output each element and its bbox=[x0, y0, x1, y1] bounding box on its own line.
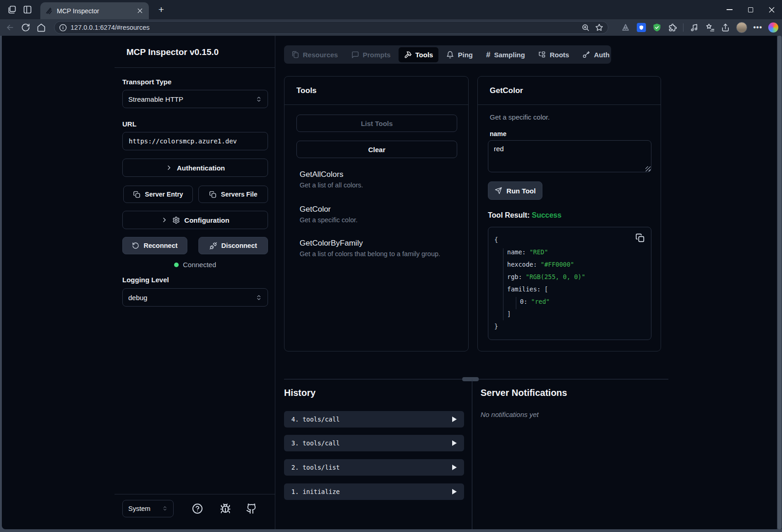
tab-ping[interactable]: Ping bbox=[441, 47, 478, 62]
json-line: } bbox=[488, 320, 651, 332]
tab-sampling[interactable]: # Sampling bbox=[481, 47, 530, 62]
tab-auth[interactable]: Auth bbox=[577, 47, 615, 62]
param-name-label: name bbox=[490, 130, 507, 137]
reconnect-button[interactable]: Reconnect bbox=[122, 237, 187, 254]
clear-label: Clear bbox=[368, 146, 386, 154]
run-tool-button[interactable]: Run Tool bbox=[488, 181, 542, 200]
servers-file-label: Servers File bbox=[221, 191, 257, 198]
tab-roots-label: Roots bbox=[550, 51, 569, 59]
workspaces-icon[interactable] bbox=[7, 5, 16, 14]
tool-list-item[interactable]: GetAllColors Get a list of all colors. bbox=[300, 170, 456, 189]
expand-caret-icon[interactable] bbox=[452, 417, 457, 422]
tool-name[interactable]: GetColorByFamily bbox=[300, 239, 456, 248]
status-text: Connected bbox=[183, 261, 216, 269]
help-icon[interactable] bbox=[192, 503, 203, 514]
list-tools-button[interactable]: List Tools bbox=[296, 115, 457, 132]
home-icon[interactable] bbox=[37, 23, 46, 32]
refresh-icon[interactable] bbox=[21, 23, 30, 32]
github-icon[interactable] bbox=[246, 503, 257, 514]
indent-guide bbox=[503, 248, 503, 320]
expand-caret-icon[interactable] bbox=[452, 440, 457, 446]
divider bbox=[115, 67, 275, 68]
files-icon bbox=[291, 51, 299, 59]
servers-file-button[interactable]: Servers File bbox=[198, 186, 268, 203]
extension-icon[interactable] bbox=[621, 23, 630, 33]
transport-type-select[interactable]: Streamable HTTP bbox=[122, 90, 268, 108]
disconnect-button[interactable]: Disconnect bbox=[198, 237, 268, 254]
tab-tools[interactable]: Tools bbox=[399, 47, 439, 62]
textarea-resize-handle[interactable] bbox=[645, 166, 651, 171]
tool-runner-description: Get a specific color. bbox=[490, 113, 550, 121]
share-icon[interactable] bbox=[721, 23, 730, 33]
tool-name[interactable]: GetColor bbox=[300, 205, 456, 214]
server-entry-label: Server Entry bbox=[145, 191, 183, 198]
clear-button[interactable]: Clear bbox=[296, 141, 457, 158]
bug-icon[interactable] bbox=[220, 503, 231, 514]
tool-result-label: Tool Result: Success bbox=[488, 211, 562, 219]
param-name-input[interactable]: red bbox=[488, 140, 651, 172]
new-tab-button[interactable]: + bbox=[156, 4, 167, 15]
tab-close-icon[interactable] bbox=[135, 6, 144, 16]
window-maximize-button[interactable] bbox=[740, 0, 761, 19]
key-icon bbox=[582, 51, 590, 59]
extensions-puzzle-icon[interactable] bbox=[667, 23, 677, 33]
favorites-list-icon[interactable] bbox=[705, 23, 715, 33]
window-frame: MCP Inspector v0.15.0 Transport Type Str… bbox=[0, 36, 782, 532]
media-note-icon[interactable] bbox=[689, 23, 699, 33]
authentication-button[interactable]: Authentication bbox=[122, 159, 268, 177]
window-close-button[interactable] bbox=[761, 0, 782, 19]
favorite-star-icon[interactable] bbox=[595, 23, 603, 32]
url-text[interactable]: 127.0.0.1:6274/#resources bbox=[71, 24, 576, 31]
main-tabbar: Resources Prompts Tools Ping # Sampling … bbox=[284, 45, 611, 64]
tab-prompts[interactable]: Prompts bbox=[346, 47, 396, 62]
zoom-page-icon[interactable] bbox=[581, 23, 590, 32]
tool-description: Get a list of colors that belong to a fa… bbox=[300, 250, 456, 258]
splitter-drag-handle[interactable] bbox=[462, 377, 479, 381]
profile-avatar[interactable] bbox=[736, 22, 747, 33]
gear-icon bbox=[172, 216, 180, 224]
tools-panel: Tools List Tools Clear GetAllColors Get … bbox=[284, 76, 469, 351]
disconnect-label: Disconnect bbox=[221, 242, 257, 249]
expand-caret-icon[interactable] bbox=[452, 465, 457, 470]
address-bar[interactable]: 127.0.0.1:6274/#resources bbox=[54, 21, 608, 34]
browser-menu-icon[interactable]: ••• bbox=[753, 23, 762, 32]
browser-tab[interactable]: MCP Inspector bbox=[40, 2, 149, 19]
configuration-button[interactable]: Configuration bbox=[122, 211, 268, 229]
copy-result-icon[interactable] bbox=[635, 233, 645, 243]
run-tool-label: Run Tool bbox=[507, 187, 536, 195]
site-info-icon[interactable] bbox=[59, 24, 67, 32]
history-item[interactable]: 4. tools/call bbox=[284, 411, 464, 428]
server-url-input[interactable] bbox=[122, 132, 268, 150]
history-item[interactable]: 3. tools/call bbox=[284, 435, 464, 451]
tool-list-item[interactable]: GetColor Get a specific color. bbox=[300, 205, 456, 224]
copilot-icon[interactable] bbox=[768, 22, 778, 33]
list-tools-label: List Tools bbox=[361, 120, 393, 127]
tab-roots[interactable]: Roots bbox=[533, 47, 575, 62]
app-title: MCP Inspector v0.15.0 bbox=[126, 47, 219, 57]
hammer-icon bbox=[404, 51, 412, 59]
message-square-icon bbox=[351, 51, 359, 59]
bitwarden-icon[interactable] bbox=[636, 23, 646, 33]
status-dot bbox=[174, 263, 179, 267]
tool-list-item[interactable]: GetColorByFamily Get a list of colors th… bbox=[300, 239, 456, 258]
logging-level-select[interactable]: debug bbox=[122, 288, 268, 307]
scrollbar-thumb[interactable] bbox=[777, 36, 782, 529]
history-item-label: 4. tools/call bbox=[291, 416, 340, 423]
history-item[interactable]: 2. tools/list bbox=[284, 459, 464, 476]
expand-caret-icon[interactable] bbox=[452, 489, 457, 494]
tab-resources[interactable]: Resources bbox=[286, 47, 344, 62]
json-line: 0:"red" bbox=[488, 295, 651, 307]
back-icon[interactable] bbox=[5, 23, 15, 32]
toolbar-separator bbox=[683, 23, 684, 32]
tab-actions-icon[interactable] bbox=[23, 5, 32, 14]
chevron-right-icon bbox=[161, 216, 168, 224]
tool-description: Get a specific color. bbox=[300, 216, 456, 224]
page-scrollbar[interactable] bbox=[777, 36, 782, 529]
theme-select[interactable]: System bbox=[122, 500, 174, 517]
send-icon bbox=[495, 187, 502, 194]
window-minimize-button[interactable] bbox=[719, 0, 740, 19]
tool-name[interactable]: GetAllColors bbox=[300, 170, 456, 179]
server-entry-button[interactable]: Server Entry bbox=[123, 186, 193, 203]
adguard-icon[interactable] bbox=[652, 23, 662, 33]
history-item[interactable]: 1. initialize bbox=[284, 483, 464, 500]
